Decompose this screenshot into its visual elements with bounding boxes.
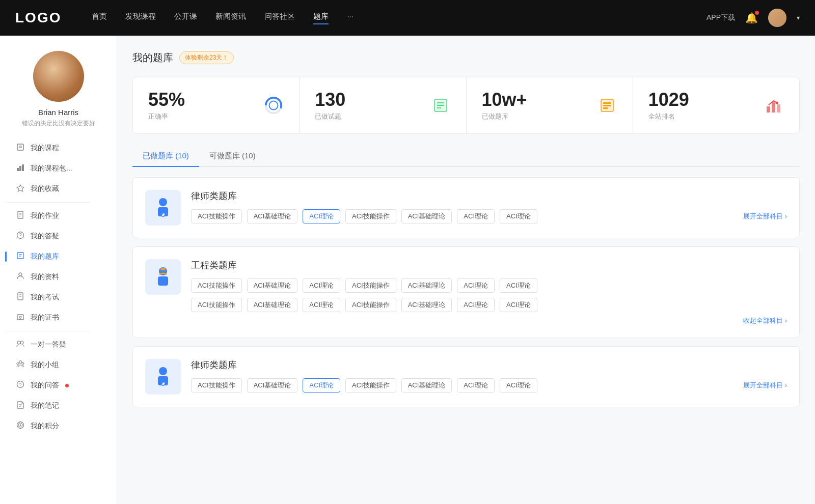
sidebar-item-my-profile[interactable]: 我的资料	[5, 267, 112, 287]
avatar[interactable]	[768, 9, 786, 27]
stat-rank-text: 1029 全站排名	[648, 90, 755, 121]
tag-3-6[interactable]: ACI理论	[500, 378, 537, 393]
qbank-header-2: 工程类题库 ACI技能操作 ACI基础理论 ACI理论 ACI技能操作 ACI基…	[145, 259, 787, 325]
svg-rect-13	[17, 253, 23, 259]
main-content: 我的题库 体验剩余23天！ 55% 正确率	[117, 36, 815, 504]
sidebar-label-my-homework: 我的作业	[31, 211, 59, 220]
notification-bell[interactable]: 🔔	[745, 12, 758, 24]
svg-rect-49	[777, 104, 780, 113]
sidebar-label-my-notes: 我的笔记	[31, 401, 59, 410]
expand-link-1[interactable]: 展开全部科目 ›	[743, 212, 787, 221]
qbank-icon-lawyer-2	[145, 359, 181, 395]
sidebar-label-my-questions: 我的问答	[31, 381, 59, 390]
done-questions-icon	[430, 95, 451, 116]
tag-row-2-first: ACI技能操作 ACI基础理论 ACI理论 ACI技能操作 ACI基础理论 AC…	[191, 278, 787, 293]
nav-more[interactable]: ···	[347, 12, 354, 24]
sidebar-avatar-image	[33, 51, 84, 102]
tag-1-2[interactable]: ACI理论	[303, 209, 340, 223]
my-group-icon	[15, 360, 25, 370]
tab-available[interactable]: 可做题库 (10)	[199, 146, 266, 166]
tag-3-2[interactable]: ACI理论	[303, 378, 340, 393]
sidebar-item-my-group[interactable]: 我的小组	[5, 355, 112, 375]
tag-extra-4[interactable]: ACI基础理论	[401, 298, 452, 312]
stat-rank: 1029 全站排名	[633, 77, 799, 133]
qbank-content-1: 律师类题库 ACI技能操作 ACI基础理论 ACI理论 ACI技能操作 ACI基…	[191, 190, 787, 223]
tag-3-1[interactable]: ACI基础理论	[247, 378, 298, 393]
tag-2-0[interactable]: ACI技能操作	[191, 278, 242, 293]
nav-qa[interactable]: 问答社区	[264, 12, 295, 24]
logo[interactable]: LOGO	[15, 10, 61, 26]
rank-icon	[764, 95, 784, 116]
qbank-name-3: 律师类题库	[191, 359, 787, 371]
svg-point-57	[159, 367, 167, 375]
tag-2-5[interactable]: ACI理论	[457, 278, 495, 293]
sidebar-item-my-questions[interactable]: ? 我的问答	[5, 375, 112, 396]
tag-2-1[interactable]: ACI基础理论	[247, 278, 298, 293]
svg-point-25	[17, 362, 19, 365]
my-questions-icon: ?	[15, 380, 25, 390]
qbank-icon-engineer	[145, 259, 181, 295]
tag-extra-5[interactable]: ACI理论	[457, 298, 495, 312]
tag-1-5[interactable]: ACI理论	[457, 209, 495, 223]
tag-extra-0[interactable]: ACI技能操作	[191, 298, 242, 312]
tag-1-4[interactable]: ACI基础理论	[401, 209, 452, 223]
tag-3-4[interactable]: ACI基础理论	[401, 378, 452, 393]
nav-open-course[interactable]: 公开课	[174, 12, 197, 24]
tag-extra-1[interactable]: ACI基础理论	[247, 298, 298, 312]
my-collection-icon	[15, 184, 25, 194]
tag-3-0[interactable]: ACI技能操作	[191, 378, 242, 393]
sidebar-item-my-course-pkg[interactable]: 我的课程包...	[5, 158, 112, 179]
navbar: LOGO 首页 发现课程 公开课 新闻资讯 问答社区 题库 ··· APP下载 …	[0, 0, 815, 36]
sidebar-item-my-collection[interactable]: 我的收藏	[5, 179, 112, 199]
collapse-link[interactable]: 收起全部科目 ›	[191, 316, 787, 325]
expand-link-3[interactable]: 展开全部科目 ›	[743, 381, 787, 390]
nav-discover[interactable]: 发现课程	[125, 12, 156, 24]
svg-point-24	[19, 361, 22, 363]
sidebar-item-my-qbank[interactable]: 我的题库	[5, 246, 112, 267]
sidebar-item-my-exam[interactable]: 我的考试	[5, 287, 112, 307]
svg-point-36	[269, 101, 278, 109]
tab-done[interactable]: 已做题库 (10)	[132, 146, 199, 166]
sidebar-item-my-course[interactable]: 我的课程	[5, 138, 112, 158]
svg-rect-5	[22, 164, 24, 171]
qbank-name-2: 工程类题库	[191, 259, 787, 271]
sidebar-item-my-notes[interactable]: 我的笔记	[5, 396, 112, 416]
sidebar-item-1on1[interactable]: 一对一答疑	[5, 334, 112, 355]
svg-rect-47	[767, 106, 770, 113]
qbank-name-1: 律师类题库	[191, 190, 787, 202]
tag-2-6[interactable]: ACI理论	[500, 278, 537, 293]
my-exam-icon	[15, 292, 25, 302]
sidebar-item-my-qa[interactable]: ? 我的答疑	[5, 226, 112, 246]
tag-3-5[interactable]: ACI理论	[457, 378, 495, 393]
sidebar-item-my-cert[interactable]: 我的证书	[5, 307, 112, 328]
stat-rank-label: 全站排名	[648, 112, 755, 121]
stat-accuracy: 55% 正确率	[133, 77, 300, 133]
tag-1-6[interactable]: ACI理论	[500, 209, 537, 223]
qbank-card-engineer: 工程类题库 ACI技能操作 ACI基础理论 ACI理论 ACI技能操作 ACI基…	[132, 246, 800, 338]
navbar-right: APP下载 🔔 ▾	[707, 9, 800, 27]
tag-extra-6[interactable]: ACI理论	[500, 298, 537, 312]
stat-done-label: 已做试题	[315, 112, 422, 121]
svg-rect-46	[603, 107, 608, 109]
nav-news[interactable]: 新闻资讯	[215, 12, 246, 24]
tag-1-1[interactable]: ACI基础理论	[247, 209, 298, 223]
nav-home[interactable]: 首页	[92, 12, 107, 24]
tag-2-4[interactable]: ACI基础理论	[401, 278, 452, 293]
tag-extra-2[interactable]: ACI理论	[303, 298, 340, 312]
tag-2-3[interactable]: ACI技能操作	[345, 278, 396, 293]
sidebar-item-my-points[interactable]: 我的积分	[5, 416, 112, 436]
nav-question-bank[interactable]: 题库	[313, 12, 329, 24]
tag-1-0[interactable]: ACI技能操作	[191, 209, 242, 223]
stat-accuracy-number: 55%	[148, 90, 255, 110]
tag-3-3[interactable]: ACI技能操作	[345, 378, 396, 393]
tag-1-3[interactable]: ACI技能操作	[345, 209, 396, 223]
svg-marker-6	[17, 185, 24, 191]
my-points-icon	[15, 421, 25, 431]
tag-extra-3[interactable]: ACI技能操作	[345, 298, 396, 312]
user-dropdown-arrow[interactable]: ▾	[797, 14, 800, 21]
page-layout: Brian Harris 错误的决定比没有决定要好 我的课程 我的课程包... …	[0, 36, 815, 504]
sidebar-item-my-homework[interactable]: 我的作业	[5, 206, 112, 226]
app-download-link[interactable]: APP下载	[707, 13, 735, 22]
sidebar-motto: 错误的决定比没有决定要好	[22, 119, 95, 128]
tag-2-2[interactable]: ACI理论	[303, 278, 340, 293]
